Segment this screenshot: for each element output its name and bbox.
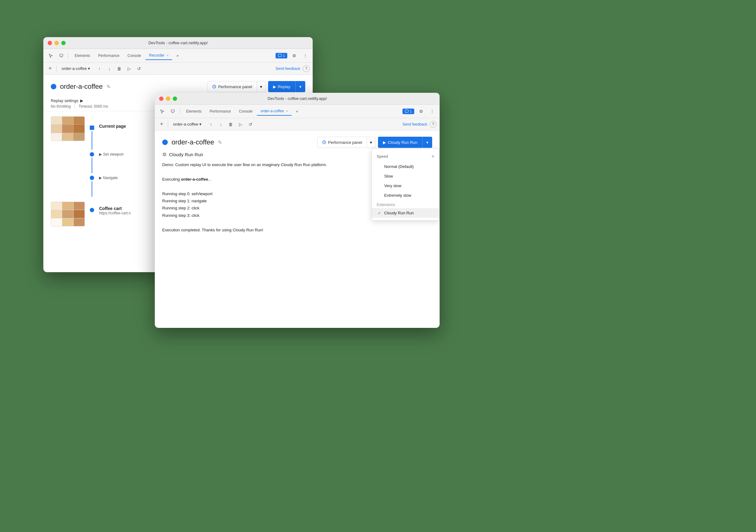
more-button-front[interactable]: ⋮ [428,107,437,116]
dropdown-item-cloudy-run[interactable]: ✓ Cloudy Run Run [372,208,439,218]
recording-name-selector-front[interactable]: order-a-coffee ▾ [171,121,204,128]
help-button-front[interactable]: ? [430,121,437,128]
feedback-badge-back[interactable]: 1 [276,53,287,59]
toolbar-back: Elements Performance Console Recorder × … [43,49,313,63]
tab-elements-front[interactable]: Elements [182,107,205,115]
tab-console-front[interactable]: Console [235,107,256,115]
step-title-current: Current page [99,124,126,129]
inspect-button-front[interactable] [168,107,177,116]
log-cloudy-run: Cloudy Run Run [281,163,310,167]
dropdown-item-very-slow[interactable]: Very slow [372,181,439,190]
more-button-back[interactable]: ⋮ [301,51,310,60]
cursor-tool-button[interactable] [46,51,55,60]
expand-arrow-navigate: ▶ [99,176,102,180]
cursor-icon [49,54,53,58]
recording-title-front: order-a-coffee [172,138,214,146]
maximize-traffic-light-front[interactable] [173,96,177,101]
dropdown-item-normal[interactable]: Normal (Default) [372,162,439,171]
performance-panel-button-back[interactable]: Performance panel [207,81,257,92]
titlebar-back: DevTools - coffee-cart.netlify.app/ [43,37,313,49]
run-button-front[interactable]: ▷ [236,120,245,129]
send-feedback-link-back[interactable]: Send feedback [276,66,300,71]
traffic-lights-back [48,41,66,45]
edit-title-icon-back[interactable]: ✎ [106,84,111,90]
add-recording-button-front[interactable]: + [158,121,165,128]
tab-recorder-close-back[interactable]: × [167,54,168,57]
recording-actions-back: ↑ ↓ 🗑 ▷ ↺ [95,64,143,73]
inspect-button[interactable] [57,51,66,60]
perf-panel-chevron-back[interactable]: ▾ [257,81,266,92]
step-content-viewport: ▶ Set viewport [99,152,123,157]
svg-rect-1 [60,57,62,57]
comment-icon [278,54,282,58]
tab-more-back[interactable]: » [173,52,182,60]
step-content-coffee: Coffee cart https://coffee-cart.n [99,202,131,215]
window-title-back: DevTools - coffee-cart.netlify.app/ [148,40,208,45]
performance-panel-button-front[interactable]: Performance panel [317,137,367,148]
help-button-back[interactable]: ? [303,65,310,72]
log-bold-name: order-a-coffee [181,177,208,182]
tab-performance-back[interactable]: Performance [94,52,123,60]
tab-recorder-back[interactable]: Recorder × [146,51,173,60]
perf-panel-chevron-front[interactable]: ▾ [367,137,375,148]
recording-bar-front: + order-a-coffee ▾ ↑ ↓ 🗑 ▷ ↺ Send feedba… [155,118,440,131]
step-timeline-4 [90,208,94,212]
content-area-front: ⚙ Cloudy Run Run Demo: Custom replay UI … [155,152,440,239]
step-line-2 [92,158,92,173]
tab-more-front[interactable]: » [292,107,302,115]
run-button-back[interactable]: ▷ [125,64,133,73]
panel-actions-back: Performance panel ▾ ▶ Replay ▾ [207,81,305,92]
undo-button-front[interactable]: ↺ [246,120,255,129]
export-button-back[interactable]: ↑ [95,64,104,73]
dropdown-item-slow[interactable]: Slow [372,171,439,181]
close-traffic-light-front[interactable] [159,96,163,101]
send-feedback-link-front[interactable]: Send feedback [402,122,427,127]
recording-dot-back [51,84,56,89]
close-traffic-light[interactable] [48,41,52,45]
settings-button-front[interactable]: ⚙ [417,107,425,116]
step-thumbnail-coffee [51,202,85,226]
replay-play-icon-back: ▶ [273,85,276,89]
step-thumbnail-current [51,116,85,141]
import-button-back[interactable]: ↓ [105,64,114,73]
dropdown-item-extremely-slow[interactable]: Extremely slow [372,190,439,200]
toolbar-right-back: 1 ⚙ ⋮ [276,51,310,60]
maximize-traffic-light[interactable] [61,41,66,45]
panel-actions-front: Performance panel ▾ ▶ Cloudy Run Run ▾ [317,137,432,148]
recording-name-selector-back[interactable]: order-a-coffee ▾ [59,65,93,72]
check-cloudy-run: ✓ [377,211,382,215]
feedback-badge-front[interactable]: 1 [402,109,414,114]
step-content-current: Current page [99,116,126,129]
replay-chevron-back[interactable]: ▾ [295,81,305,92]
perf-icon-back [212,85,216,89]
replay-chevron-front[interactable]: ▾ [422,137,432,148]
extensions-section-label: Extensions [372,200,439,208]
replay-button-front[interactable]: ▶ Cloudy Run Run [378,137,422,148]
cursor-tool-button-front[interactable] [158,107,167,116]
step-line-3 [92,181,92,197]
tab-recorder-close-front[interactable]: × [286,110,288,113]
delete-button-front[interactable]: 🗑 [226,120,235,129]
dropdown-close-button[interactable]: × [432,154,434,159]
tab-elements-back[interactable]: Elements [71,52,94,60]
settings-button-back[interactable]: ⚙ [290,51,298,60]
add-recording-button-back[interactable]: + [46,65,54,72]
step-expand-viewport[interactable]: ▶ Set viewport [99,152,123,157]
tab-performance-front[interactable]: Performance [206,107,235,115]
log-line-6: Execution completed. Thanks for using Cl… [162,226,432,234]
dropdown-speed-header: Speed × [372,151,439,162]
minimize-traffic-light[interactable] [54,41,59,45]
import-button-front[interactable]: ↓ [216,120,225,129]
minimize-traffic-light-front[interactable] [166,96,170,101]
step-timeline-1 [90,126,94,150]
tab-console-back[interactable]: Console [124,52,145,60]
tab-recorder-front[interactable]: order-a-coffee × [257,107,292,116]
export-button-front[interactable]: ↑ [206,120,215,129]
undo-button-back[interactable]: ↺ [135,64,143,73]
edit-title-icon-front[interactable]: ✎ [218,139,222,145]
step-expand-navigate[interactable]: ▶ Navigate [99,176,118,180]
devtools-window-front: DevTools - coffee-cart.netlify.app/ Elem… [155,93,440,328]
svg-rect-0 [60,54,63,56]
replay-button-back[interactable]: ▶ Replay [268,81,295,92]
delete-button-back[interactable]: 🗑 [115,64,123,73]
